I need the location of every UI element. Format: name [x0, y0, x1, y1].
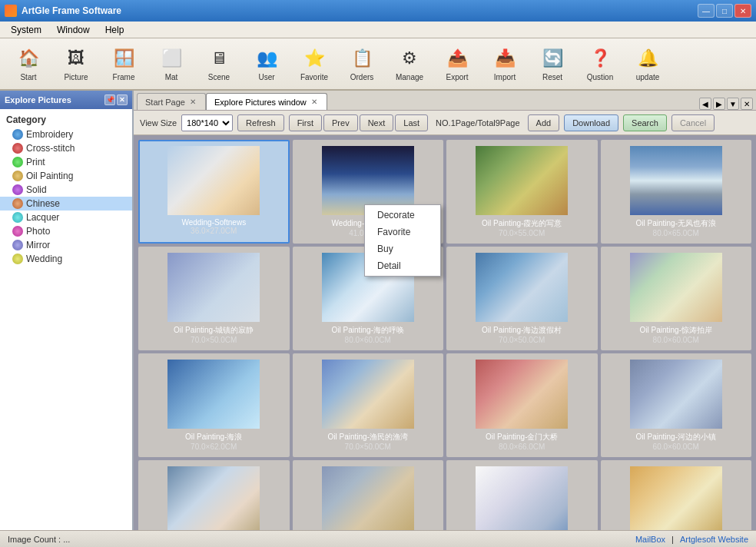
toolbar-favorite[interactable]: ⭐ Favorite — [292, 41, 337, 86]
toolbar-start[interactable]: 🏠 Start — [6, 41, 51, 86]
prev-button[interactable]: Prev — [323, 114, 358, 131]
mat-icon: ⬜ — [159, 46, 184, 71]
gallery-item-7[interactable]: Oil Painting-海边渡假村 70.0×50.0CM — [446, 247, 598, 350]
website-link[interactable]: Artglesoft Website — [680, 535, 748, 544]
reset-icon: 🔄 — [540, 46, 565, 71]
gallery-size-11: 80.0×66.0CM — [499, 443, 545, 451]
toolbar-frame[interactable]: 🪟 Frame — [101, 41, 146, 86]
orders-label: Orders — [350, 73, 374, 81]
tab-explore-pictures[interactable]: Explore Pictures window ✕ — [206, 93, 327, 110]
gallery-item-1[interactable]: Wedding-Softnews 36.0×27.0CM — [138, 140, 290, 244]
sidebar-item-oil-painting[interactable]: Oil Painting — [0, 169, 132, 183]
search-button[interactable]: Search — [623, 114, 667, 131]
gallery-thumb-1 — [167, 146, 260, 215]
menu-system[interactable]: System — [3, 23, 49, 37]
app-title: ArtGle Frame Software — [22, 5, 121, 16]
menu-help[interactable]: Help — [98, 23, 132, 37]
tab-next-button[interactable]: ▶ — [713, 98, 725, 110]
gallery-item-3[interactable]: Oil Painting-霞光的写意 70.0×55.0CM — [446, 140, 598, 244]
view-size-select[interactable]: 180*140 90*70 120*90 150*120 210*160 — [181, 114, 233, 131]
toolbar-manage[interactable]: ⚙ Manage — [387, 41, 432, 86]
sidebar-item-lacquer[interactable]: Lacquer — [0, 211, 132, 224]
favorite-label: Favorite — [300, 73, 328, 81]
gallery-item-9[interactable]: Oil Painting-海浪 70.0×62.0CM — [138, 353, 290, 457]
sidebar-item-mirror[interactable]: Mirror — [0, 238, 132, 252]
tab-start-close[interactable]: ✕ — [188, 98, 197, 107]
refresh-button[interactable]: Refresh — [237, 114, 284, 131]
toolbar-user[interactable]: 👥 User — [244, 41, 289, 86]
gallery-thumb-9 — [167, 360, 260, 429]
toolbar-orders[interactable]: 📋 Orders — [340, 41, 384, 86]
toolbar-reset[interactable]: 🔄 Reset — [530, 41, 575, 86]
gallery-item-11[interactable]: Oil Painting-金门大桥 80.0×66.0CM — [446, 353, 598, 457]
context-menu-buy[interactable]: Buy — [365, 240, 440, 257]
mirror-icon — [12, 240, 23, 250]
cancel-button[interactable]: Cancel — [671, 114, 715, 131]
add-button[interactable]: Add — [528, 114, 560, 131]
sidebar-item-wedding[interactable]: Wedding — [0, 252, 132, 266]
start-label: Start — [20, 73, 36, 81]
gallery-title-9: Oil Painting-海浪 — [185, 432, 242, 443]
gallery-title-7: Oil Painting-海边渡假村 — [482, 325, 562, 336]
next-button[interactable]: Next — [360, 114, 394, 131]
gallery-item-16[interactable] — [601, 460, 752, 530]
toolbar-mat[interactable]: ⬜ Mat — [149, 41, 194, 86]
context-menu-favorite[interactable]: Favorite — [365, 224, 440, 240]
gallery-item-14[interactable] — [293, 460, 444, 530]
sidebar-item-solid[interactable]: Solid — [0, 183, 132, 197]
sidebar-item-embroidery[interactable]: Embroidery — [0, 128, 132, 141]
sidebar-item-photo[interactable]: Photo — [0, 224, 132, 238]
gallery-item-4[interactable]: Oil Painting-无风也有浪 80.0×65.0CM — [601, 140, 752, 244]
gallery-item-10[interactable]: Oil Painting-渔民的渔湾 70.0×50.0CM — [293, 353, 444, 457]
tab-prev-button[interactable]: ◀ — [699, 98, 711, 110]
gallery-item-12[interactable]: Oil Painting-河边的小镇 60.0×60.0CM — [601, 353, 752, 457]
mailbox-link[interactable]: MailBox — [635, 535, 665, 544]
export-label: Export — [446, 73, 469, 81]
last-button[interactable]: Last — [395, 114, 428, 131]
orders-icon: 📋 — [350, 46, 374, 71]
minimize-button[interactable]: — — [698, 4, 715, 18]
close-button[interactable]: ✕ — [734, 4, 751, 18]
sidebar-pin-button[interactable]: 📌 — [104, 94, 115, 105]
tab-close-all-button[interactable]: ✕ — [741, 98, 753, 110]
sidebar-item-chinese[interactable]: Chinese — [0, 197, 132, 211]
mirror-label: Mirror — [26, 240, 50, 250]
tab-navigation: ◀ ▶ ▼ ✕ — [699, 98, 753, 110]
toolbar-export[interactable]: 📤 Export — [435, 41, 479, 86]
toolbar-picture[interactable]: 🖼 Picture — [54, 41, 98, 86]
download-button[interactable]: Download — [564, 114, 618, 131]
gallery-item-8[interactable]: Oil Painting-惊涛拍岸 80.0×60.0CM — [601, 247, 752, 350]
sidebar-item-print[interactable]: Print — [0, 155, 132, 169]
gallery-title-10: Oil Painting-渔民的渔湾 — [328, 432, 408, 443]
gallery-title-5: Oil Painting-城镇的寂静 — [174, 325, 254, 336]
tab-explore-close[interactable]: ✕ — [310, 98, 319, 107]
menu-window[interactable]: Window — [49, 23, 98, 37]
toolbar-question[interactable]: ❓ Qustion — [578, 41, 622, 86]
gallery-thumb-14 — [322, 466, 414, 530]
sidebar-item-cross-stitch[interactable]: Cross-stitch — [0, 141, 132, 155]
toolbar-import[interactable]: 📥 Import — [482, 41, 527, 86]
toolbar-update[interactable]: 🔔 update — [625, 41, 670, 86]
context-menu-detail[interactable]: Detail — [365, 257, 440, 274]
lacquer-icon — [12, 212, 23, 223]
gallery-item-5[interactable]: Oil Painting-城镇的寂静 70.0×50.0CM — [138, 247, 290, 350]
gallery-size-5: 70.0×50.0CM — [191, 336, 237, 344]
gallery-grid: Wedding-Softnews 36.0×27.0CM Wedding-S图片… — [134, 135, 756, 530]
tab-menu-button[interactable]: ▼ — [727, 98, 739, 110]
context-menu-decorate[interactable]: Decorate — [365, 207, 440, 224]
sidebar-close-button[interactable]: ✕ — [117, 94, 128, 105]
favorite-icon: ⭐ — [302, 46, 327, 71]
gallery-title-12: Oil Painting-河边的小镇 — [636, 432, 716, 443]
wedding-label: Wedding — [26, 254, 62, 264]
lacquer-label: Lacquer — [26, 212, 59, 223]
gallery-title-8: Oil Painting-惊涛拍岸 — [640, 325, 712, 336]
gallery-item-13[interactable] — [138, 460, 290, 530]
gallery-size-9: 70.0×62.0CM — [191, 443, 237, 451]
gallery-scroll[interactable]: Wedding-Softnews 36.0×27.0CM Wedding-S图片… — [134, 135, 756, 530]
maximize-button[interactable]: □ — [716, 4, 733, 18]
gallery-item-15[interactable] — [446, 460, 598, 530]
tab-start-page[interactable]: Start Page ✕ — [137, 93, 206, 110]
first-button[interactable]: First — [289, 114, 322, 131]
toolbar-scene[interactable]: 🖥 Scene — [197, 41, 241, 86]
print-label: Print — [26, 157, 45, 167]
